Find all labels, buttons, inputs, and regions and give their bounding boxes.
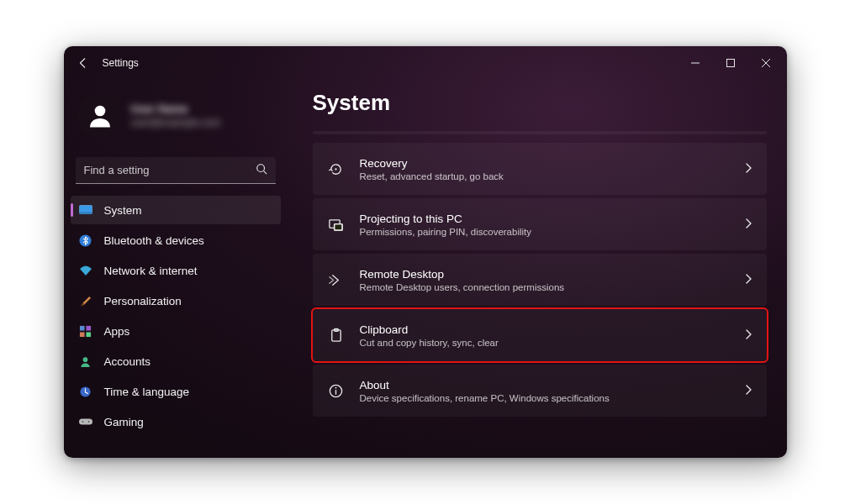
window-controls [678, 50, 784, 76]
sidebar-item-label: Bluetooth & devices [104, 234, 204, 247]
chevron-right-icon [745, 162, 752, 176]
sidebar-item-time-language[interactable]: Time & language [71, 377, 281, 406]
row-recovery[interactable]: Recovery Reset, advanced startup, go bac… [313, 143, 767, 195]
profile-text: User Name user@example.com [131, 102, 221, 129]
row-text: Projecting to this PC Permissions, pairi… [360, 213, 730, 237]
sidebar-item-label: Network & internet [104, 265, 198, 277]
svg-point-17 [82, 421, 83, 423]
window-title: Settings [103, 57, 678, 69]
row-projecting[interactable]: Projecting to this PC Permissions, pairi… [313, 198, 767, 250]
clipboard-icon [328, 327, 345, 344]
sidebar-nav: System Bluetooth & devices Network & int… [71, 196, 281, 436]
row-title: Remote Desktop [360, 268, 730, 281]
svg-rect-13 [86, 332, 91, 337]
row-desc: Reset, advanced startup, go back [360, 171, 730, 181]
sidebar-item-network[interactable]: Network & internet [71, 256, 281, 285]
row-title: Recovery [360, 157, 730, 170]
row-title: Projecting to this PC [360, 213, 730, 225]
sidebar-item-personalization[interactable]: Personalization [71, 286, 281, 315]
svg-rect-12 [80, 332, 85, 337]
chevron-right-icon [745, 328, 752, 342]
svg-point-5 [256, 165, 264, 172]
scroll-indicator [313, 131, 767, 134]
sidebar-item-label: Accounts [104, 355, 151, 368]
sidebar-item-gaming[interactable]: Gaming [71, 407, 281, 436]
clock-globe-icon [79, 385, 92, 398]
profile-email: user@example.com [131, 117, 221, 130]
projecting-icon [328, 216, 345, 233]
row-title: About [360, 379, 730, 391]
sidebar-item-label: Personalization [104, 295, 182, 307]
chevron-right-icon [745, 218, 752, 231]
row-text: Remote Desktop Remote Desktop users, con… [360, 268, 730, 292]
gaming-icon [79, 415, 92, 428]
svg-point-19 [335, 168, 336, 170]
sidebar-item-system[interactable]: System [71, 196, 281, 224]
svg-rect-1 [726, 60, 734, 67]
svg-point-4 [94, 106, 105, 117]
row-desc: Permissions, pairing PIN, discoverabilit… [360, 227, 730, 237]
info-icon [328, 382, 345, 399]
main-panel: System Recovery Reset, advanced startup,… [288, 80, 787, 458]
search-input[interactable] [76, 157, 276, 184]
sidebar-item-label: Time & language [104, 386, 190, 398]
row-about[interactable]: About Device specifications, rename PC, … [313, 365, 767, 417]
svg-rect-11 [86, 325, 91, 330]
row-desc: Device specifications, rename PC, Window… [360, 393, 730, 403]
row-text: Recovery Reset, advanced startup, go bac… [360, 157, 730, 181]
sidebar-item-label: System [104, 204, 142, 217]
sidebar-item-label: Gaming [104, 416, 144, 428]
settings-list: Recovery Reset, advanced startup, go bac… [313, 143, 767, 417]
close-button[interactable] [748, 50, 784, 76]
svg-rect-10 [80, 325, 85, 330]
svg-rect-8 [79, 213, 92, 214]
content-area: User Name user@example.com System [64, 80, 787, 458]
titlebar: Settings [64, 46, 787, 80]
row-remote-desktop[interactable]: Remote Desktop Remote Desktop users, con… [313, 254, 767, 306]
remote-desktop-icon [328, 271, 345, 288]
back-button[interactable] [76, 55, 91, 71]
chevron-right-icon [745, 273, 752, 286]
row-text: Clipboard Cut and copy history, sync, cl… [360, 323, 730, 348]
maximize-button[interactable] [713, 50, 748, 76]
person-icon [79, 354, 92, 368]
avatar [77, 93, 123, 139]
settings-window: Settings User Name user@example.com [64, 46, 787, 458]
sidebar-item-accounts[interactable]: Accounts [71, 347, 281, 375]
wifi-icon [79, 264, 92, 277]
sidebar-item-apps[interactable]: Apps [71, 317, 281, 345]
apps-icon [79, 324, 92, 338]
bluetooth-icon [79, 234, 92, 247]
sidebar-item-label: Apps [104, 325, 130, 338]
profile-name: User Name [131, 102, 221, 117]
display-icon [79, 203, 92, 217]
row-desc: Remote Desktop users, connection permiss… [360, 282, 730, 292]
svg-rect-16 [79, 418, 92, 424]
profile-block[interactable]: User Name user@example.com [71, 80, 281, 150]
sidebar: User Name user@example.com System [64, 80, 288, 458]
row-text: About Device specifications, rename PC, … [360, 379, 730, 403]
brush-icon [79, 294, 92, 307]
svg-point-27 [335, 386, 337, 388]
svg-line-6 [263, 171, 267, 175]
svg-point-18 [87, 421, 89, 423]
svg-point-14 [83, 357, 88, 362]
minimize-button[interactable] [678, 50, 713, 76]
recovery-icon [328, 160, 345, 177]
search-wrap [76, 157, 276, 184]
sidebar-item-bluetooth[interactable]: Bluetooth & devices [71, 226, 281, 255]
chevron-right-icon [745, 384, 752, 397]
search-icon [256, 163, 267, 178]
svg-rect-21 [335, 223, 343, 230]
row-title: Clipboard [360, 323, 730, 336]
row-clipboard[interactable]: Clipboard Cut and copy history, sync, cl… [313, 309, 767, 361]
page-title: System [313, 90, 767, 116]
row-desc: Cut and copy history, sync, clear [360, 338, 730, 348]
